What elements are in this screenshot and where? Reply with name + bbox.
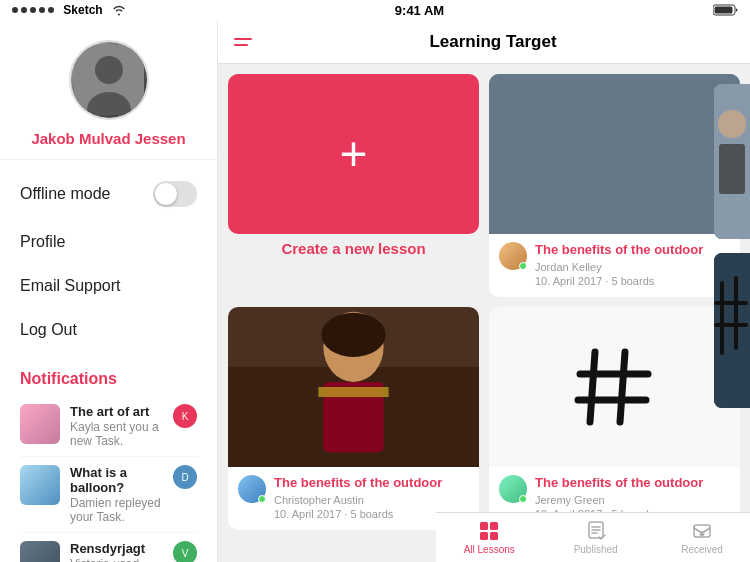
notif-content-art: The art of art Kayla sent you a new Task… [70, 404, 163, 448]
svg-rect-30 [480, 532, 488, 540]
card-avatar-christopher [238, 475, 266, 503]
signal-dot-4 [39, 7, 45, 13]
svg-point-21 [718, 110, 746, 138]
online-indicator-christopher [258, 495, 266, 503]
signal-dot-2 [21, 7, 27, 13]
sidebar-notifications: Notifications The art of art Kayla sent … [0, 360, 217, 562]
svg-rect-1 [714, 7, 732, 14]
card-title-jordan: The benefits of the outdoor [535, 242, 730, 259]
notif-content-balloon: What is a balloon? Damien repleyed your … [70, 465, 163, 524]
notification-balloon[interactable]: What is a balloon? Damien repleyed your … [20, 457, 197, 533]
peek-card-top [714, 84, 750, 239]
notif-desc-balloon: Damien repleyed your Task. [70, 496, 163, 524]
hashtag-icon [570, 342, 660, 432]
sidebar-item-offline-mode[interactable]: Offline mode [0, 168, 217, 220]
notif-desc-art: Kayla sent you a new Task. [70, 420, 163, 448]
notifications-title: Notifications [20, 370, 197, 388]
tab-label-all-lessons: All Lessons [464, 544, 515, 555]
svg-point-8 [640, 104, 680, 144]
svg-rect-28 [480, 522, 488, 530]
hamburger-menu-button[interactable] [234, 38, 252, 46]
avatar-image [71, 42, 147, 118]
battery-area [713, 4, 738, 16]
svg-rect-22 [719, 144, 745, 194]
toggle-knob [155, 183, 177, 205]
notif-title-art: The art of art [70, 404, 163, 419]
svg-point-15 [321, 313, 385, 357]
card-title-christopher: The benefits of the outdoor [274, 475, 469, 492]
notif-thumb-balloon [20, 465, 60, 505]
peek-card-bottom [714, 253, 750, 408]
notif-thumb-art [20, 404, 60, 444]
notif-content-rens: Rensdyrjagt Victoria used your collectio… [70, 541, 163, 562]
battery-icon [713, 4, 738, 16]
log-out-label: Log Out [20, 321, 77, 339]
tab-received[interactable]: Received [649, 513, 750, 562]
create-card-label: Create a new lesson [281, 232, 425, 261]
lessons-grid: + Create a new lesson [218, 64, 750, 530]
sidebar-item-email-support[interactable]: Email Support [0, 264, 217, 308]
main-content: Learning Target + Create a new lesson [218, 20, 750, 562]
carrier-area: Sketch [12, 3, 126, 17]
svg-point-3 [95, 56, 123, 84]
notif-title-balloon: What is a balloon? [70, 465, 163, 495]
sidebar-item-profile[interactable]: Profile [0, 220, 217, 264]
svg-rect-31 [490, 532, 498, 540]
card-avatar-jeremy [499, 475, 527, 503]
notification-rens[interactable]: Rensdyrjagt Victoria used your collectio… [20, 533, 197, 562]
lesson-image-wonderwoman [228, 307, 479, 467]
notif-title-rens: Rensdyrjagt [70, 541, 163, 556]
notif-avatar-balloon: D [173, 465, 197, 489]
create-label-area: Create a new lesson [228, 234, 479, 260]
online-indicator-jeremy [519, 495, 527, 503]
svg-line-17 [620, 352, 625, 422]
user-name: Jakob Mulvad Jessen [31, 130, 185, 147]
avatar [69, 40, 149, 120]
status-bar: Sketch 9:41 AM [0, 0, 750, 20]
profile-label: Profile [20, 233, 65, 251]
page-title: Learning Target [252, 32, 734, 52]
lesson-card-christopher[interactable]: The benefits of the outdoor Christopher … [228, 307, 479, 530]
sidebar-user-area: Jakob Mulvad Jessen [0, 20, 217, 159]
notification-art[interactable]: The art of art Kayla sent you a new Task… [20, 396, 197, 457]
main-header: Learning Target [218, 20, 750, 64]
card-avatar-jordan [499, 242, 527, 270]
offline-mode-label: Offline mode [20, 185, 110, 203]
create-lesson-card[interactable]: + Create a new lesson [228, 74, 479, 297]
tab-label-published: Published [574, 544, 618, 555]
tab-published[interactable]: Published [542, 513, 648, 562]
signal-dot-3 [30, 7, 36, 13]
tab-label-received: Received [681, 544, 723, 555]
tab-icon-received [691, 520, 713, 542]
online-indicator-jordan [519, 262, 527, 270]
sidebar-menu: Offline mode Profile Email Support Log O… [0, 159, 217, 360]
card-author-christopher: Christopher Austin [274, 494, 469, 506]
tab-bar: All Lessons Published Received [436, 512, 750, 562]
carrier-name: Sketch [63, 3, 102, 17]
svg-rect-14 [318, 387, 388, 397]
svg-rect-23 [714, 253, 750, 408]
tab-all-lessons[interactable]: All Lessons [436, 513, 542, 562]
lesson-card-jordan[interactable]: The benefits of the outdoor Jordan Kelle… [489, 74, 740, 297]
notif-desc-rens: Victoria used your collection. [70, 557, 163, 562]
card-text-jordan: The benefits of the outdoor Jordan Kelle… [535, 242, 730, 287]
tab-icon-published [585, 520, 607, 542]
svg-point-7 [625, 99, 695, 169]
svg-rect-9 [635, 144, 685, 194]
card-info-jordan: The benefits of the outdoor Jordan Kelle… [489, 234, 740, 297]
email-support-label: Email Support [20, 277, 121, 295]
create-plus-icon: + [339, 130, 367, 178]
svg-rect-5 [489, 74, 740, 234]
sidebar-item-log-out[interactable]: Log Out [0, 308, 217, 352]
notif-thumb-rens [20, 541, 60, 562]
card-title-jeremy: The benefits of the outdoor [535, 475, 730, 492]
notif-avatar-rens: V [173, 541, 197, 562]
create-card-inner[interactable]: + [228, 74, 479, 234]
svg-rect-6 [489, 154, 740, 234]
status-time: 9:41 AM [395, 3, 444, 18]
lesson-card-jeremy[interactable]: The benefits of the outdoor Jeremy Green… [489, 307, 740, 530]
sidebar: Jakob Mulvad Jessen Offline mode Profile… [0, 20, 218, 562]
offline-mode-toggle[interactable] [153, 181, 197, 207]
hamburger-line-1 [234, 38, 252, 40]
tab-icon-all-lessons [478, 520, 500, 542]
